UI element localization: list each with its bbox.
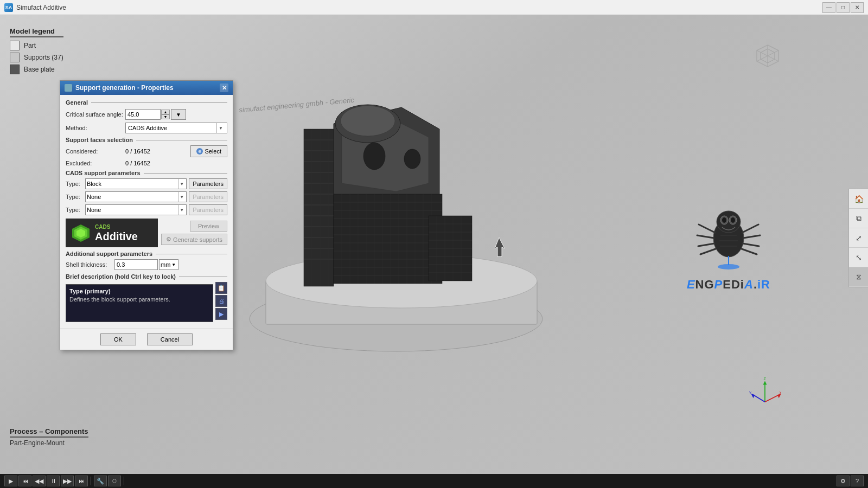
play-button[interactable]: ▶ — [4, 476, 17, 486]
dialog-close-button[interactable]: ✕ — [220, 84, 228, 92]
spin-up-button[interactable]: ▲ — [161, 110, 170, 114]
general-section-header: General — [66, 99, 227, 106]
component-button[interactable]: ⬡ — [108, 476, 121, 486]
shell-thickness-input[interactable] — [114, 259, 158, 270]
type-select-2[interactable]: None ▼ — [85, 191, 187, 202]
home-view-button[interactable]: 🏠 — [849, 189, 868, 209]
expand-button[interactable]: ⤢ — [849, 228, 868, 248]
parameters-button-1[interactable]: Parameters — [189, 178, 227, 189]
excluded-label: Excluded: — [66, 160, 125, 166]
additive-logo: CADS Additive — [66, 219, 158, 247]
type-arrow-3: ▼ — [178, 205, 185, 215]
additional-params-header: Additional support parameters — [66, 251, 227, 257]
considered-label: Considered: — [66, 148, 125, 155]
app-title: Simufact Additive — [16, 4, 822, 11]
generate-icon: ⚙ — [166, 236, 171, 243]
main-viewport: simufact engineering gmbh - Generic Mode… — [0, 15, 868, 474]
svg-rect-3 — [304, 129, 334, 286]
critical-angle-row: Critical surface angle: ▲ ▼ ▼ — [66, 109, 227, 120]
dialog-footer: OK Cancel — [60, 329, 233, 350]
process-components-area: Process – Components Part-Engine-Mount — [10, 427, 88, 447]
svg-point-59 — [341, 106, 395, 136]
svg-text:X: X — [780, 391, 781, 395]
svg-point-21 — [363, 143, 385, 170]
logo-preview-area: CADS Additive Preview ⚙ Generate support… — [66, 219, 227, 247]
step-forward-button[interactable]: ▶▶ — [61, 476, 74, 486]
minimize-button[interactable]: — — [822, 2, 835, 13]
method-dropdown[interactable]: CADS Additive ▼ — [125, 123, 227, 133]
skip-to-end-button[interactable]: ⏭ — [75, 476, 88, 486]
svg-line-71 — [742, 224, 758, 233]
dialog-title: Support generation - Properties — [75, 84, 174, 92]
close-button[interactable]: ✕ — [851, 2, 864, 13]
svg-line-84 — [754, 395, 765, 402]
description-box: Type (primary) Defines the block support… — [66, 284, 213, 322]
description-title: Type (primary) — [69, 288, 209, 294]
method-value: CADS Additive — [128, 125, 216, 131]
cads-support-header: CADS support parameters — [66, 170, 227, 176]
preview-button[interactable]: Preview — [190, 221, 227, 232]
type-arrow-2: ▼ — [178, 192, 185, 202]
spider-icon — [696, 197, 761, 273]
supports-swatch — [10, 53, 20, 62]
select-button[interactable]: ⊕ Select — [190, 145, 227, 157]
tool-button[interactable]: 🔧 — [94, 476, 107, 486]
support-generation-dialog: Support generation - Properties ✕ Genera… — [60, 80, 233, 350]
type-label-1: Type: — [66, 181, 85, 187]
fit-view-button[interactable]: ⤡ — [849, 248, 868, 267]
engpedia-text: ENGPEDiA.iR — [687, 278, 770, 292]
parameters-button-3: Parameters — [189, 204, 227, 215]
svg-text:Z: Z — [763, 377, 765, 381]
method-label: Method: — [66, 125, 125, 131]
parameters-button-2: Parameters — [189, 191, 227, 202]
skip-to-start-button[interactable]: ⏮ — [18, 476, 31, 486]
spin-down-button[interactable]: ▼ — [161, 114, 170, 119]
separator-2 — [124, 477, 124, 485]
dialog-icon — [65, 84, 72, 92]
type-value-1: Block — [87, 181, 178, 187]
part-swatch — [10, 41, 20, 50]
top-right-logo — [754, 42, 781, 71]
step-back-button[interactable]: ◀◀ — [33, 476, 46, 486]
action-buttons: Preview ⚙ Generate supports — [161, 221, 227, 245]
play-pause-button[interactable]: ⏸ — [47, 476, 60, 486]
angle-extra-btn[interactable]: ▼ — [171, 109, 186, 120]
settings-button[interactable]: ⚙ — [837, 476, 850, 486]
select-button-label: Select — [205, 148, 221, 155]
baseplate-label: Base plate — [24, 66, 55, 73]
legend-item-baseplate: Base plate — [10, 65, 63, 74]
shell-thickness-row: Shell thickness: mm ▼ — [66, 259, 227, 270]
ok-button[interactable]: OK — [100, 333, 136, 345]
svg-line-69 — [698, 243, 714, 246]
generate-label: Generate supports — [173, 236, 222, 243]
right-toolbar: 🏠 ⧉ ⤢ ⤡ ⧖ — [848, 189, 868, 287]
description-header: Brief description (hold Ctrl key to lock… — [66, 273, 227, 280]
unit-selector[interactable]: mm ▼ — [159, 259, 178, 270]
desc-copy-button[interactable]: 📋 — [215, 282, 227, 294]
legend-title: Model legend — [10, 27, 63, 37]
cancel-button[interactable]: Cancel — [147, 333, 193, 345]
type-select-1[interactable]: Block ▼ — [85, 178, 187, 189]
desc-video-button[interactable]: ▶ — [215, 308, 227, 320]
bottom-toolbar: ▶ ⏮ ◀◀ ⏸ ▶▶ ⏭ 🔧 ⬡ ⚙ ? — [0, 474, 868, 488]
type-arrow-1: ▼ — [178, 179, 185, 189]
layer-button[interactable]: ⧉ — [849, 209, 868, 228]
measure-button[interactable]: ⧖ — [849, 267, 868, 287]
process-subtitle: Part-Engine-Mount — [10, 439, 88, 447]
type-select-3[interactable]: None ▼ — [85, 204, 187, 215]
unit-label: mm — [161, 261, 170, 268]
unit-arrow: ▼ — [171, 262, 176, 267]
type-value-3: None — [87, 207, 178, 213]
desc-print-button[interactable]: 🖨 — [215, 295, 227, 307]
bottom-right-controls: ⚙ ? — [837, 476, 864, 486]
help-button[interactable]: ? — [851, 476, 864, 486]
critical-angle-input-group: ▲ ▼ ▼ — [125, 109, 227, 120]
critical-angle-input[interactable] — [125, 109, 161, 120]
generate-supports-button[interactable]: ⚙ Generate supports — [161, 234, 227, 245]
svg-text:Y: Y — [749, 391, 752, 395]
svg-line-74 — [742, 249, 757, 254]
excluded-row: Excluded: 0 / 16452 — [66, 160, 227, 166]
app-icon: SA — [4, 3, 13, 12]
maximize-button[interactable]: □ — [837, 2, 850, 13]
svg-point-66 — [731, 217, 735, 223]
